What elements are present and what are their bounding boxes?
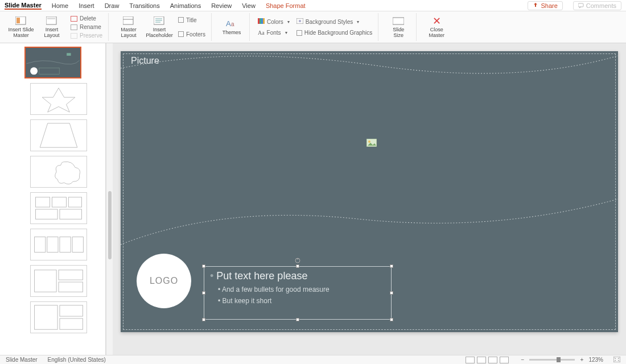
slide-canvas[interactable]: Picture LOGO Put text here please And a … — [113, 43, 626, 355]
zoom-out-button[interactable]: − — [519, 357, 526, 363]
tab-insert[interactable]: Insert — [79, 2, 94, 9]
svg-rect-5 — [123, 16, 133, 24]
status-mode: Slide Master — [6, 357, 38, 363]
themes-icon: Aa — [226, 19, 237, 29]
resize-handle[interactable] — [390, 318, 393, 321]
colors-button[interactable]: Colors▾ — [257, 18, 291, 26]
svg-rect-39 — [59, 318, 83, 329]
thumbnail-layout[interactable] — [30, 83, 87, 115]
placeholder-bullet-text[interactable]: But keep it short — [218, 297, 385, 305]
svg-rect-34 — [34, 270, 56, 292]
svg-point-18 — [299, 20, 301, 22]
rotate-handle[interactable] — [295, 258, 300, 263]
svg-rect-38 — [59, 305, 83, 316]
preserve-icon — [71, 33, 77, 39]
svg-point-20 — [30, 67, 38, 75]
tab-animations[interactable]: Animations — [170, 2, 201, 9]
background-styles-button[interactable]: Background Styles▾ — [295, 18, 374, 26]
thumbnail-layout[interactable] — [30, 192, 87, 224]
share-icon — [533, 3, 538, 9]
thumbnail-layout[interactable] — [30, 119, 87, 151]
svg-rect-4 — [47, 18, 55, 19]
resize-handle[interactable] — [202, 318, 205, 321]
colors-icon — [258, 18, 265, 25]
resize-handle[interactable] — [296, 318, 299, 321]
delete-icon — [71, 16, 77, 22]
insert-placeholder-button[interactable]: Insert Placeholder — [146, 13, 172, 42]
placeholder-bullet-text[interactable]: And a few bullets for good measure — [218, 286, 385, 293]
comments-button[interactable]: Comments — [573, 1, 621, 10]
svg-rect-22 — [67, 53, 71, 56]
thumbnail-scrollbar[interactable] — [106, 43, 113, 355]
resize-handle[interactable] — [296, 264, 299, 268]
insert-layout-button[interactable]: Insert Layout — [39, 13, 65, 42]
thumbnail-layout[interactable] — [30, 229, 87, 260]
delete-button[interactable]: Delete — [69, 15, 104, 22]
share-button[interactable]: Share — [528, 1, 562, 10]
thumbnail-layout[interactable] — [30, 265, 87, 297]
sorter-view-button[interactable] — [477, 357, 486, 363]
tab-transitions[interactable]: Transitions — [129, 2, 159, 9]
svg-rect-13 — [258, 18, 260, 24]
thumbnail-layout[interactable] — [30, 156, 87, 188]
resize-handle[interactable] — [202, 291, 205, 295]
tab-view[interactable]: View — [242, 2, 256, 9]
chevron-down-icon: ▾ — [357, 19, 359, 24]
scrollbar-thumb[interactable] — [108, 191, 112, 259]
reading-view-button[interactable] — [488, 357, 497, 363]
svg-rect-37 — [34, 305, 57, 329]
resize-handle[interactable] — [390, 291, 393, 295]
status-language[interactable]: English (United States) — [48, 357, 106, 363]
thumbnail-master[interactable] — [24, 47, 81, 78]
resize-handle[interactable] — [202, 264, 205, 268]
master-layout-button[interactable]: Master Layout — [116, 13, 142, 42]
footers-checkbox[interactable]: Footers — [177, 31, 207, 38]
zoom-slider-knob[interactable] — [557, 357, 561, 362]
zoom-percent[interactable]: 123% — [588, 357, 603, 363]
slide[interactable]: Picture LOGO Put text here please And a … — [121, 51, 618, 332]
fit-to-window-button[interactable] — [613, 357, 620, 363]
text-placeholder[interactable]: Put text here please And a few bullets f… — [204, 266, 392, 320]
hide-background-checkbox[interactable]: Hide Background Graphics — [295, 29, 374, 36]
svg-rect-29 — [59, 209, 81, 219]
tab-home[interactable]: Home — [52, 2, 68, 9]
logo-placeholder[interactable]: LOGO — [137, 254, 191, 308]
chevron-down-icon: ▾ — [287, 19, 290, 24]
comment-icon — [578, 3, 584, 9]
svg-point-41 — [368, 140, 370, 143]
rename-button[interactable]: Rename — [69, 23, 104, 31]
tab-shape-format[interactable]: Shape Format — [266, 2, 306, 9]
svg-rect-14 — [260, 18, 261, 24]
layout-icon — [46, 16, 57, 26]
slide-master-icon — [15, 16, 27, 26]
slide-size-button[interactable]: Slide Size — [385, 13, 411, 42]
tab-draw[interactable]: Draw — [105, 2, 120, 9]
normal-view-button[interactable] — [466, 357, 475, 363]
preserve-button[interactable]: Preserve — [69, 32, 104, 39]
checkbox-icon — [178, 31, 184, 37]
tab-review[interactable]: Review — [211, 2, 232, 9]
zoom-in-button[interactable]: + — [578, 357, 585, 363]
slideshow-view-button[interactable] — [500, 357, 509, 363]
picture-placeholder-label: Picture — [131, 56, 159, 66]
close-master-button[interactable]: ✕ Close Master — [423, 13, 450, 42]
decorative-curve-top — [121, 51, 618, 85]
title-checkbox[interactable]: Title — [177, 16, 207, 24]
svg-rect-0 — [578, 3, 583, 7]
tab-slide-master[interactable]: Slide Master — [5, 2, 42, 10]
placeholder-title-text[interactable]: Put text here please — [210, 270, 385, 282]
svg-rect-35 — [59, 270, 83, 280]
thumbnail-layout[interactable] — [30, 301, 87, 333]
insert-slide-master-button[interactable]: Insert Slide Master — [8, 13, 34, 42]
decorative-curve-mid — [121, 188, 618, 256]
thumbnail-panel[interactable] — [0, 43, 106, 355]
svg-rect-27 — [68, 197, 81, 207]
zoom-slider[interactable] — [529, 359, 575, 361]
svg-rect-33 — [72, 237, 83, 253]
background-icon — [296, 18, 303, 25]
resize-handle[interactable] — [390, 264, 393, 268]
picture-icon[interactable] — [366, 139, 377, 147]
fonts-button[interactable]: Aa Fonts▾ — [257, 29, 291, 36]
svg-rect-2 — [17, 18, 20, 23]
themes-button[interactable]: Aa Themes — [219, 13, 245, 42]
